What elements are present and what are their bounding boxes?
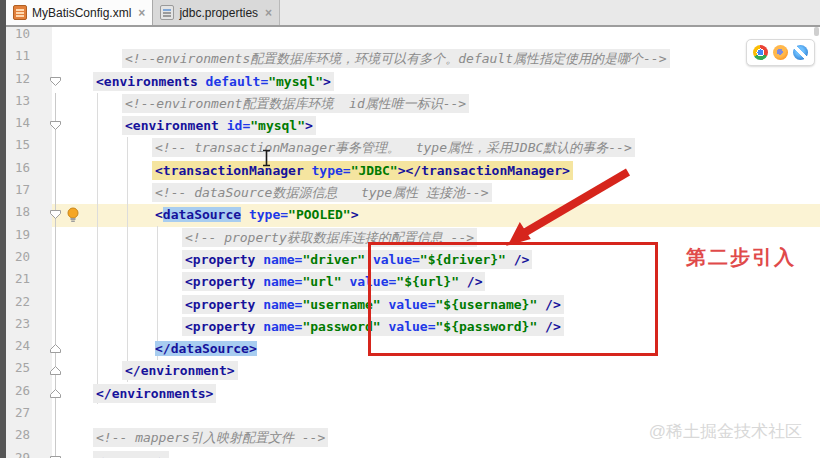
line-number: 19 (6, 227, 52, 249)
code-line-row: 15<!-- transactionManager事务管理。 type属性，采用… (6, 137, 820, 159)
fold-marker-up-icon[interactable] (49, 365, 62, 376)
token-val: "url" (302, 274, 341, 289)
window-edge-strip (0, 0, 6, 458)
line-number: 22 (6, 294, 52, 316)
token-attr: type (249, 207, 280, 222)
close-icon[interactable]: × (265, 6, 272, 20)
code-line-row: 11<!--environments配置数据库环境，环境可以有多个。defaul… (6, 48, 820, 70)
line-number: 15 (6, 137, 52, 159)
text-cursor-ibeam-icon (261, 149, 272, 167)
line-number: 29 (6, 450, 52, 458)
token-cmt: <!--environment配置数据库环境 id属性唯一标识--> (125, 96, 466, 111)
code-text[interactable]: <!-- dataSource数据源信息 type属性 连接池--> (52, 182, 820, 204)
tab-label: jdbc.properties (179, 6, 258, 20)
code-line-row: 10 (6, 26, 820, 48)
browser-launcher-popup (746, 39, 815, 66)
token-tag: <mappers> (96, 453, 166, 458)
code-text[interactable]: <!--environments配置数据库环境，环境可以有多个。default属… (52, 48, 820, 70)
token-cmt: <!-- mappers引入映射配置文件 --> (96, 430, 325, 445)
token-tag: </environment> (125, 363, 235, 378)
line-number: 21 (6, 271, 52, 293)
token-attr: name (263, 274, 294, 289)
token-cmt: <!-- dataSource数据源信息 type属性 连接池--> (155, 185, 489, 200)
intention-lightbulb-icon[interactable] (67, 207, 79, 223)
token-cmt: <!--environments配置数据库环境，环境可以有多个。default属… (125, 51, 667, 66)
editor-scrollbar[interactable] (814, 27, 819, 36)
chrome-icon[interactable] (753, 45, 768, 60)
line-number: 11 (6, 48, 52, 70)
code-text[interactable]: </environment> (52, 360, 820, 382)
code-text[interactable]: <environments default="mysql"> (52, 71, 820, 93)
line-number: 13 (6, 93, 52, 115)
token-attr: name (263, 319, 294, 334)
token-val: "driver" (302, 252, 365, 267)
code-line-row: 16<transactionManager type="JDBC"></tran… (6, 160, 820, 182)
safari-icon[interactable] (793, 45, 808, 60)
token-tag: > (305, 118, 313, 133)
token-tag: > (351, 207, 359, 222)
token-attr: = (280, 207, 288, 222)
token-attr: = (343, 163, 351, 178)
code-line-row: 14<environment id="mysql"> (6, 115, 820, 137)
token-tag: < (155, 207, 163, 222)
token-tag: > (323, 74, 331, 89)
xml-file-icon (13, 5, 27, 20)
token-val: "POOLED" (288, 207, 351, 222)
code-line-row: 26</environments> (6, 383, 820, 405)
code-text[interactable]: <transactionManager type="JDBC"></transa… (52, 160, 820, 182)
line-number: 17 (6, 182, 52, 204)
token-attr: name (263, 297, 294, 312)
token-plain (241, 207, 249, 222)
fold-marker-up-icon[interactable] (49, 343, 62, 354)
tab-MyBatisConfig.xml[interactable]: MyBatisConfig.xml× (6, 0, 153, 25)
code-line-row: 13<!--environment配置数据库环境 id属性唯一标识--> (6, 93, 820, 115)
line-number: 20 (6, 249, 52, 271)
token-tag: </environments> (96, 386, 213, 401)
firefox-icon[interactable] (773, 45, 788, 60)
token-val: "mysql" (250, 118, 305, 133)
line-number: 14 (6, 115, 52, 137)
line-number: 16 (6, 160, 52, 182)
token-val: "JDBC" (351, 163, 398, 178)
line-number: 27 (6, 405, 52, 427)
fold-marker-down-icon[interactable] (49, 455, 62, 458)
line-number: 12 (6, 71, 52, 93)
token-attr: id (227, 118, 243, 133)
line-number: 24 (6, 338, 52, 360)
close-icon[interactable]: × (138, 6, 145, 20)
annotation-rectangle (368, 242, 658, 356)
token-tag: <property (185, 252, 263, 267)
code-line-row: 29<mappers> (6, 450, 820, 458)
token-val: "mysql" (268, 74, 323, 89)
fold-marker-down-icon[interactable] (49, 76, 62, 87)
code-text[interactable]: </environments> (52, 383, 820, 405)
line-number: 18 (6, 204, 52, 226)
code-line-row: 12<environments default="mysql"> (6, 71, 820, 93)
code-text[interactable]: <!-- transactionManager事务管理。 type属性，采用JD… (52, 137, 820, 159)
fold-marker-down-icon[interactable] (49, 209, 62, 220)
tab-jdbc.properties[interactable]: jdbc.properties× (153, 0, 280, 25)
line-number: 25 (6, 360, 52, 382)
line-number: 26 (6, 383, 52, 405)
token-tag: <transactionManager (155, 163, 312, 178)
token-cmt: <!-- transactionManager事务管理。 type属性，采用JD… (155, 140, 632, 155)
annotation-arrow-icon (460, 158, 660, 257)
token-tag: </dataSource> (155, 341, 257, 356)
token-attr: default (206, 74, 261, 89)
code-line-row: 25</environment> (6, 360, 820, 382)
line-number: 28 (6, 427, 52, 449)
tab-label: MyBatisConfig.xml (32, 6, 131, 20)
code-text[interactable]: <environment id="mysql"> (52, 115, 820, 137)
code-line-row: 18<dataSource type="POOLED"> (6, 204, 820, 226)
fold-marker-up-icon[interactable] (49, 388, 62, 399)
code-text[interactable]: <mappers> (52, 450, 820, 458)
token-attr: name (263, 252, 294, 267)
line-number: 10 (6, 26, 52, 48)
code-text[interactable]: <!--environment配置数据库环境 id属性唯一标识--> (52, 93, 820, 115)
token-tag: <property (185, 319, 263, 334)
code-text[interactable]: <dataSource type="POOLED"> (52, 204, 820, 226)
token-tag: dataSource (163, 207, 241, 222)
fold-marker-down-icon[interactable] (49, 120, 62, 131)
line-number: 23 (6, 316, 52, 338)
tab-bar: MyBatisConfig.xml×jdbc.properties× (6, 0, 820, 27)
